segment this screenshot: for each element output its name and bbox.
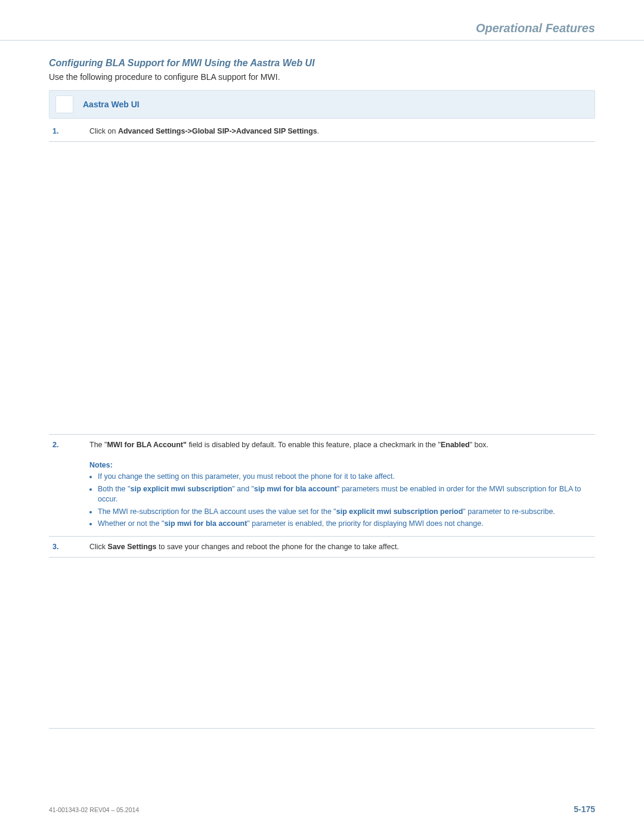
bold-text: sip explicit mwi subscription period — [336, 507, 463, 516]
bold-text: sip mwi for bla account — [164, 519, 247, 528]
notes-list: If you change the setting on this parame… — [89, 472, 592, 529]
step-row: 1. Click on Advanced Settings->Global SI… — [49, 121, 595, 142]
note-item: Whether or not the "sip mwi for bla acco… — [98, 519, 592, 529]
step-text: The "MWI for BLA Account" field is disab… — [86, 435, 595, 537]
text: . — [317, 127, 319, 135]
text: field is disabled by default. To enable … — [187, 441, 441, 449]
web-ui-callout: Aastra Web UI — [49, 90, 595, 119]
document-page: Operational Features Configuring BLA Sup… — [0, 0, 644, 833]
bold-text: Advanced Settings->Global SIP->Advanced … — [118, 127, 317, 135]
callout-icon — [55, 95, 73, 113]
step-row: 3. Click Save Settings to save your chan… — [49, 536, 595, 557]
text: " and " — [232, 485, 254, 493]
step-number: 2. — [49, 435, 86, 537]
bold-text: Enabled — [441, 441, 470, 449]
procedure-steps: 1. Click on Advanced Settings->Global SI… — [49, 121, 595, 729]
step-text: Click on Advanced Settings->Global SIP->… — [86, 121, 595, 142]
bold-text: sip mwi for bla account — [254, 485, 337, 493]
text: " parameter to re-subscribe. — [463, 507, 555, 516]
doc-id: 41-001343-02 REV04 – 05.2014 — [49, 806, 139, 813]
note-item: The MWI re-subscription for the BLA acco… — [98, 507, 592, 518]
step-number: 1. — [49, 121, 86, 142]
text: Both the " — [98, 485, 130, 493]
page-footer: 41-001343-02 REV04 – 05.2014 5-175 — [49, 804, 595, 814]
text: Click on — [89, 127, 118, 135]
text: The MWI re-subscription for the BLA acco… — [98, 507, 336, 516]
step-row: 2. The "MWI for BLA Account" field is di… — [49, 435, 595, 537]
callout-label: Aastra Web UI — [83, 100, 140, 109]
text: Whether or not the " — [98, 519, 164, 528]
bold-text: sip explicit mwi subscription — [130, 485, 232, 493]
bottom-spacer — [49, 558, 595, 729]
note-item: Both the "sip explicit mwi subscription"… — [98, 484, 592, 505]
step-number: 3. — [49, 536, 86, 557]
section-intro: Use the following procedure to configure… — [49, 72, 595, 82]
page-number: 5-175 — [574, 804, 595, 814]
bold-text: Save Settings — [108, 543, 157, 551]
screenshot-placeholder — [49, 142, 595, 435]
notes-title: Notes: — [89, 460, 592, 470]
bold-text: MWI for BLA Account" — [107, 441, 186, 449]
text: " box. — [470, 441, 489, 449]
text: The " — [89, 441, 107, 449]
step-text: Click Save Settings to save your changes… — [86, 536, 595, 557]
header-rule — [0, 40, 644, 41]
note-item: If you change the setting on this parame… — [98, 472, 592, 482]
text: Click — [89, 543, 108, 551]
text: to save your changes and reboot the phon… — [157, 543, 399, 551]
text: If you change the setting on this parame… — [98, 472, 395, 481]
text: " parameter is enabled, the priority for… — [247, 519, 483, 528]
section-title: Configuring BLA Support for MWI Using th… — [49, 58, 595, 69]
chapter-title: Operational Features — [49, 21, 595, 41]
